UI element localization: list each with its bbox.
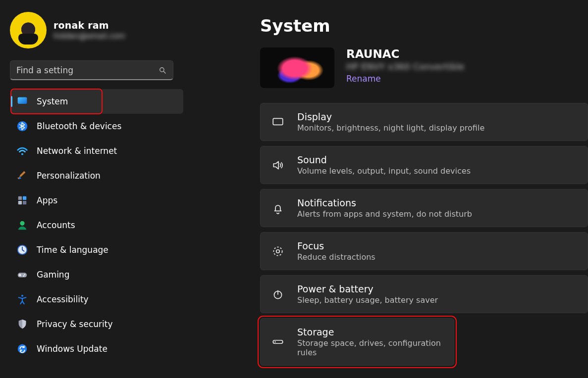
update-icon xyxy=(17,343,28,354)
sidebar-item-accessibility[interactable]: Accessibility xyxy=(0,287,183,312)
profile-text: ronak ram hidden@email.com xyxy=(53,20,125,41)
search-placeholder: Find a setting xyxy=(16,65,158,75)
sidebar-item-privacy[interactable]: Privacy & security xyxy=(0,312,183,336)
card-title: Focus xyxy=(297,240,375,251)
search-input[interactable]: Find a setting xyxy=(10,60,173,80)
sidebar-item-time[interactable]: Time & language xyxy=(0,237,183,262)
card-subtitle: Alerts from apps and system, do not dist… xyxy=(297,209,472,219)
accessibility-icon xyxy=(17,294,28,305)
wifi-icon xyxy=(17,145,28,156)
card-subtitle: Volume levels, output, input, sound devi… xyxy=(297,166,471,176)
sidebar-item-apps[interactable]: Apps xyxy=(0,188,183,213)
sidebar-item-label: Time & language xyxy=(37,245,108,255)
sidebar-item-update[interactable]: Windows Update xyxy=(0,336,183,361)
profile-block[interactable]: ronak ram hidden@email.com xyxy=(0,12,183,58)
bell-icon xyxy=(271,202,284,215)
sidebar-item-network[interactable]: Network & internet xyxy=(0,139,183,163)
card-notifications[interactable]: Notifications Alerts from apps and syste… xyxy=(260,189,588,227)
sidebar-nav: System Bluetooth & devices Network & int… xyxy=(0,89,183,361)
person-icon xyxy=(17,220,28,231)
rename-link[interactable]: Rename xyxy=(346,74,381,84)
apps-icon xyxy=(17,195,28,206)
page-title: System xyxy=(260,16,588,47)
display-icon xyxy=(271,116,284,129)
sidebar-item-label: System xyxy=(37,96,68,106)
clock-icon xyxy=(17,244,28,255)
profile-email: hidden@email.com xyxy=(53,32,125,41)
card-subtitle: Sleep, battery usage, battery saver xyxy=(297,295,438,305)
sound-icon xyxy=(271,159,284,172)
sidebar-item-system[interactable]: System xyxy=(11,89,102,114)
card-sound[interactable]: Sound Volume levels, output, input, soun… xyxy=(260,146,588,184)
bluetooth-icon xyxy=(17,121,28,132)
desktop-thumbnail[interactable] xyxy=(260,47,334,88)
sidebar-item-label: Personalization xyxy=(37,171,101,181)
card-subtitle: Reduce distractions xyxy=(297,252,375,262)
drive-icon xyxy=(271,335,284,348)
settings-app: ronak ram hidden@email.com Find a settin… xyxy=(0,0,588,378)
brush-icon xyxy=(17,170,28,181)
card-title: Sound xyxy=(297,154,471,165)
sidebar-item-label: Bluetooth & devices xyxy=(37,121,121,131)
power-icon xyxy=(271,288,284,301)
sidebar-item-label: Accounts xyxy=(37,220,75,230)
card-storage[interactable]: Storage Storage space, drives, configura… xyxy=(260,318,454,366)
shield-icon xyxy=(17,319,28,330)
sidebar-item-label: Accessibility xyxy=(37,294,89,304)
card-power[interactable]: Power & battery Sleep, battery usage, ba… xyxy=(260,275,588,313)
main: System RAUNAC HP ENVY x360 Convertible R… xyxy=(183,0,588,378)
sidebar: ronak ram hidden@email.com Find a settin… xyxy=(0,0,183,378)
target-icon xyxy=(271,245,284,258)
device-name: RAUNAC xyxy=(346,47,464,60)
card-focus[interactable]: Focus Reduce distractions xyxy=(260,232,588,270)
sidebar-item-label: Apps xyxy=(37,195,57,205)
sidebar-item-gaming[interactable]: Gaming xyxy=(0,262,183,287)
device-block: RAUNAC HP ENVY x360 Convertible Rename xyxy=(260,47,588,103)
settings-cards: Display Monitors, brightness, night ligh… xyxy=(260,103,588,366)
avatar xyxy=(10,12,47,48)
card-subtitle: Storage space, drives, configuration rul… xyxy=(297,338,443,357)
sidebar-item-label: Network & internet xyxy=(37,146,117,156)
card-title: Notifications xyxy=(297,197,472,208)
card-title: Display xyxy=(297,111,484,122)
profile-name: ronak ram xyxy=(53,20,125,31)
sidebar-item-bluetooth[interactable]: Bluetooth & devices xyxy=(0,114,183,139)
sidebar-item-personalization[interactable]: Personalization xyxy=(0,163,183,188)
device-model: HP ENVY x360 Convertible xyxy=(346,61,464,72)
search-icon xyxy=(158,66,167,75)
sidebar-item-label: Privacy & security xyxy=(37,319,113,329)
gamepad-icon xyxy=(17,269,28,280)
card-title: Power & battery xyxy=(297,284,438,294)
system-icon xyxy=(17,96,28,107)
sidebar-item-accounts[interactable]: Accounts xyxy=(0,213,183,237)
sidebar-item-label: Gaming xyxy=(37,270,69,280)
sidebar-item-label: Windows Update xyxy=(37,344,107,354)
card-display[interactable]: Display Monitors, brightness, night ligh… xyxy=(260,103,588,141)
card-subtitle: Monitors, brightness, night light, displ… xyxy=(297,123,484,133)
card-title: Storage xyxy=(297,327,443,337)
